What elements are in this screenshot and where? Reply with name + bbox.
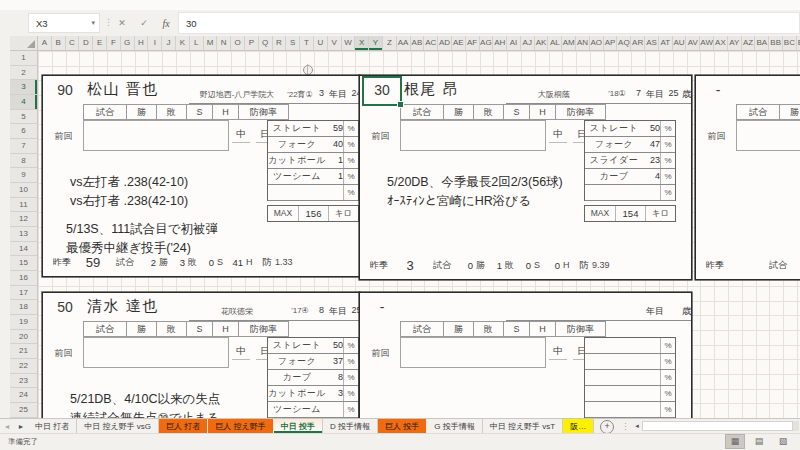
stat-header-cell[interactable]: 防御率	[239, 104, 289, 120]
stat-header-cell[interactable]: S	[187, 104, 213, 120]
row-header-8[interactable]: 8	[10, 154, 37, 169]
column-header-K[interactable]: K	[176, 36, 190, 50]
sheet-tab-3[interactable]: 巨人 打者	[159, 419, 208, 433]
pitch-row[interactable]: カーブ8%	[268, 370, 358, 386]
column-header-AB[interactable]: AB	[411, 36, 425, 50]
max-velocity-row[interactable]: MAX156キロ	[267, 205, 359, 222]
pitch-row[interactable]: フォーク40%	[268, 137, 358, 153]
stat-header-cell[interactable]: 勝	[127, 104, 157, 120]
last-season-row[interactable]: 昨季59試合2勝3敗0S41H防1.33	[47, 252, 293, 272]
pitch-row[interactable]: ストレート50%	[268, 338, 358, 354]
player-number-cell[interactable]: -	[701, 77, 735, 102]
column-header-AM[interactable]: AM	[562, 36, 576, 50]
row-header-7[interactable]: 7	[10, 139, 37, 154]
player-number-cell[interactable]: -	[365, 294, 399, 319]
last-season-row[interactable]: 昨季3試合0勝1敗0S0H防9.39	[364, 255, 610, 275]
sheet-tab-10[interactable]: 阪…	[563, 419, 594, 433]
row-header-16[interactable]: 16	[10, 271, 37, 286]
sheet-tab-6[interactable]: D 投手情報	[323, 419, 378, 433]
row-header-12[interactable]: 12	[10, 212, 37, 227]
note-line[interactable]: vs右打者 .238(42-10)	[70, 192, 188, 211]
note-line[interactable]: 5/20DB、今季最長2回2/3(56球)	[387, 173, 563, 192]
column-header-AI[interactable]: AI	[507, 36, 521, 50]
column-header-L[interactable]: L	[190, 36, 204, 50]
column-header-AA[interactable]: AA	[397, 36, 411, 50]
note-line[interactable]: 5/13S、111試合目で初被弾	[66, 220, 218, 239]
column-header-AV[interactable]: AV	[686, 36, 700, 50]
row-header-11[interactable]: 11	[10, 198, 37, 213]
column-header-M[interactable]: M	[204, 36, 218, 50]
column-header-C[interactable]: C	[66, 36, 80, 50]
player-name-cell[interactable]: 根尾 昂	[404, 76, 459, 103]
row-header-2[interactable]: 2	[10, 66, 37, 81]
stat-header-cell[interactable]: 防御率	[239, 321, 289, 337]
column-header-AF[interactable]: AF	[466, 36, 480, 50]
sheet-tab-1[interactable]: 中日 打者	[28, 419, 77, 433]
last-season-row[interactable]: 昨季試合	[700, 255, 794, 275]
stat-header-cell[interactable]: H	[530, 104, 556, 120]
column-header-AT[interactable]: AT	[659, 36, 673, 50]
stat-header-cell[interactable]: 勝	[444, 104, 474, 120]
row-header-17[interactable]: 17	[10, 286, 37, 301]
column-header-Z[interactable]: Z	[383, 36, 397, 50]
name-box[interactable]: X3 ▾	[28, 13, 100, 33]
previous-outing-label[interactable]: 前回	[699, 123, 734, 149]
pitch-row[interactable]: %	[585, 354, 675, 370]
stat-header-cell[interactable]: 試合	[83, 104, 127, 120]
previous-outing-label[interactable]: 前回	[363, 340, 398, 366]
player-school-cell[interactable]: 野辺地西-八戸学院大	[191, 89, 283, 100]
stat-header-cell[interactable]: 試合	[400, 104, 444, 120]
stat-header-cell[interactable]: S	[504, 321, 530, 337]
team-char-cell-1[interactable]: 中	[232, 342, 250, 360]
page-layout-view-icon[interactable]	[750, 435, 768, 448]
row-header-9[interactable]: 9	[10, 168, 37, 183]
pitch-row[interactable]: スライダー23%	[585, 153, 675, 169]
row-header-23[interactable]: 23	[10, 374, 37, 389]
player-draft-cell[interactable]: '17④	[284, 306, 316, 315]
row-header-22[interactable]: 22	[10, 359, 37, 374]
page-break-preview-icon[interactable]	[774, 435, 792, 448]
stat-header-cell[interactable]: 敗	[474, 104, 504, 120]
pitch-row[interactable]: %	[585, 338, 675, 354]
pitch-row[interactable]: %	[585, 402, 675, 418]
player-draft-cell[interactable]: '18①	[601, 89, 633, 98]
sheet-grid[interactable]: 90松山 晋也野辺地西-八戸学院大'22育①3年目24歳試合勝敗SH防御率前回中…	[38, 51, 800, 418]
team-char-cell-1[interactable]: 中	[232, 125, 250, 143]
column-header-AL[interactable]: AL	[548, 36, 562, 50]
previous-outing-cell[interactable]	[83, 120, 229, 151]
row-header-21[interactable]: 21	[10, 344, 37, 359]
formula-input[interactable]: 30	[178, 12, 800, 34]
team-char-cell-1[interactable]: 中	[549, 125, 567, 143]
column-header-O[interactable]: O	[231, 36, 245, 50]
column-header-AN[interactable]: AN	[576, 36, 590, 50]
player-school-cell[interactable]: 大阪桐蔭	[508, 89, 600, 100]
stat-header-cell[interactable]: H	[213, 321, 239, 337]
column-header-S[interactable]: S	[286, 36, 300, 50]
pitch-row[interactable]: %	[585, 185, 675, 201]
column-header-V[interactable]: V	[328, 36, 342, 50]
column-header-P[interactable]: P	[245, 36, 259, 50]
column-header-AH[interactable]: AH	[493, 36, 507, 50]
column-header-AY[interactable]: AY	[728, 36, 742, 50]
sheet-tab-4[interactable]: 巨人 控え野手	[208, 419, 273, 433]
row-header-14[interactable]: 14	[10, 242, 37, 257]
player-school-cell[interactable]: 花咲徳栄	[191, 306, 283, 317]
cancel-icon[interactable]: ✕	[112, 13, 132, 33]
previous-outing-cell[interactable]	[400, 120, 546, 151]
stat-header-cell[interactable]: 試合	[736, 104, 780, 120]
max-velocity-row[interactable]: MAX154キロ	[584, 205, 676, 222]
column-header-AC[interactable]: AC	[424, 36, 438, 50]
player-number-cell[interactable]: 90	[48, 77, 82, 102]
player-years-value[interactable]: 3	[315, 88, 328, 98]
pitch-row[interactable]: カットボール3%	[268, 386, 358, 402]
column-header-Y[interactable]: Y	[369, 36, 383, 50]
column-header-N[interactable]: N	[217, 36, 231, 50]
stat-header-cell[interactable]: S	[504, 104, 530, 120]
stat-header-cell[interactable]: 防御率	[556, 104, 606, 120]
pitch-row[interactable]: ツーシーム1%	[268, 169, 358, 185]
column-header-BA[interactable]: BA	[755, 36, 769, 50]
column-header-AX[interactable]: AX	[714, 36, 728, 50]
column-header-W[interactable]: W	[342, 36, 356, 50]
stat-header-cell[interactable]: 勝	[444, 321, 474, 337]
row-header-5[interactable]: 5	[10, 110, 37, 125]
